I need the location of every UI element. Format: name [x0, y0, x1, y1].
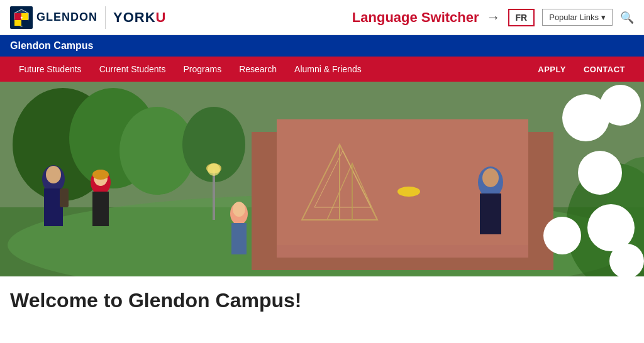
yorku-logo: YORKU — [106, 9, 166, 26]
svg-rect-3 — [14, 20, 21, 26]
popular-links-button[interactable]: Popular Links ▾ — [542, 9, 613, 26]
welcome-section: Welcome to Glendon Campus! — [0, 276, 644, 322]
arrow-icon: → — [487, 9, 501, 26]
search-button[interactable]: 🔍 — [620, 11, 634, 24]
decorative-circle-2 — [600, 85, 641, 126]
svg-point-23 — [208, 163, 220, 176]
top-right-controls: Language Switcher → FR Popular Links ▾ 🔍 — [352, 9, 634, 26]
nav-programs[interactable]: Programs — [174, 57, 230, 82]
decorative-circle-6 — [609, 244, 644, 276]
nav-research[interactable]: Research — [230, 57, 286, 82]
nav-apply[interactable]: APPLY — [529, 57, 575, 82]
decorative-circle-5 — [543, 217, 581, 254]
hero-image — [0, 82, 644, 276]
fr-language-button[interactable]: FR — [508, 9, 535, 26]
logo-area: ⚜ GLENDON YORKU — [10, 6, 166, 29]
svg-rect-4 — [21, 20, 28, 26]
glendon-logo: ⚜ GLENDON — [10, 6, 106, 29]
svg-point-34 — [233, 202, 245, 217]
search-icon: 🔍 — [620, 11, 634, 24]
svg-point-38 — [397, 187, 420, 197]
chevron-down-icon: ▾ — [601, 13, 606, 22]
top-bar: ⚜ GLENDON YORKU Language Switcher → FR P… — [0, 0, 644, 35]
language-switcher-label: Language Switcher — [352, 9, 479, 26]
svg-rect-36 — [480, 193, 501, 234]
yorku-text-logo: YORKU — [113, 9, 166, 26]
decorative-circle-3 — [578, 151, 622, 195]
nav-future-students[interactable]: Future Students — [10, 57, 91, 82]
svg-point-37 — [482, 168, 499, 187]
svg-rect-27 — [60, 188, 69, 207]
nav-contact[interactable]: CONTACT — [575, 57, 634, 82]
welcome-title: Welcome to Glendon Campus! — [10, 289, 634, 312]
main-navigation: Future Students Current Students Program… — [0, 57, 644, 82]
hero-background — [0, 82, 644, 276]
nav-right-links: APPLY CONTACT — [529, 57, 634, 82]
nav-links: Future Students Current Students Program… — [10, 57, 529, 82]
svg-point-26 — [46, 166, 61, 183]
svg-rect-29 — [92, 192, 109, 226]
blue-campus-bar: Glendon Campus — [0, 35, 644, 57]
svg-rect-21 — [213, 170, 215, 220]
shield-icon: ⚜ — [10, 6, 33, 29]
svg-rect-33 — [231, 223, 247, 254]
svg-point-31 — [92, 170, 109, 180]
nav-alumni-friends[interactable]: Alumni & Friends — [286, 57, 370, 82]
nav-current-students[interactable]: Current Students — [91, 57, 175, 82]
glendon-text-logo: GLENDON — [36, 11, 97, 24]
